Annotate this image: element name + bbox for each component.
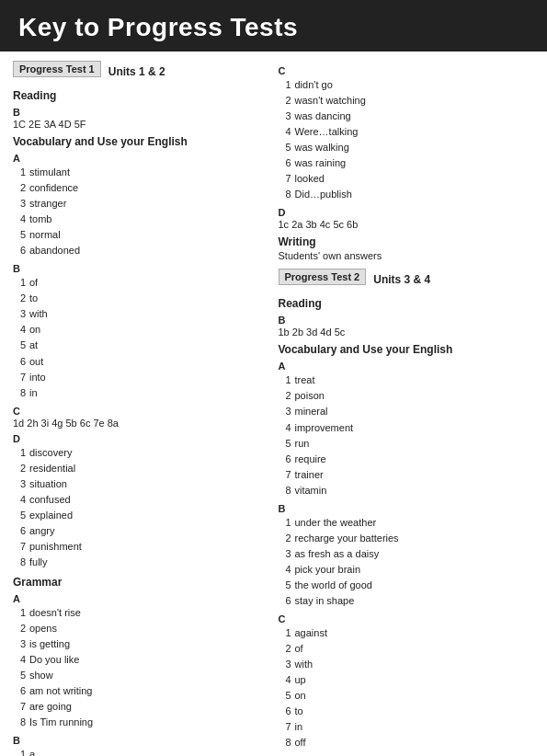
list-item: 2opens — [13, 621, 269, 636]
list-item: 5was walking — [279, 140, 535, 155]
vocab2-c-list: 1against2of3with4up5on6to7in8off — [279, 625, 535, 750]
test-2-units: Units 3 & 4 — [373, 273, 430, 286]
page-header: Key to Progress Tests — [0, 0, 547, 52]
reading-b-label-2: B — [279, 315, 535, 326]
list-item: 2wasn't watching — [279, 93, 535, 109]
list-item: 3with — [279, 657, 535, 672]
list-item: 1a — [13, 747, 269, 756]
list-item: 7into — [13, 370, 269, 385]
list-item: 5show — [13, 668, 269, 683]
vocab-c-label: C — [13, 406, 269, 417]
list-item: 1against — [279, 625, 535, 641]
list-item: 3mineral — [279, 404, 535, 419]
vocab2-a-label: A — [279, 361, 535, 372]
progress-test-2-bar: Progress Test 2 Units 3 & 4 — [279, 269, 535, 290]
list-item: 6out — [13, 354, 269, 370]
test-1-num: Progress Test 1 — [19, 63, 95, 74]
list-item: 1of — [13, 275, 269, 291]
list-item: 3as fresh as a daisy — [279, 546, 535, 562]
vocab-a-label: A — [13, 153, 269, 164]
right-column: C 1didn't go2wasn't watching3was dancing… — [279, 61, 535, 756]
list-item: 1doesn't rise — [13, 605, 269, 621]
list-item: 1under the weather — [279, 515, 535, 531]
pt1-c-label: C — [279, 65, 535, 76]
list-item: 5the world of good — [279, 578, 535, 593]
reading-b-label-1: B — [13, 107, 269, 118]
vocab-d-list: 1discovery2residential3situation4confuse… — [13, 445, 269, 570]
list-item: 2of — [279, 641, 535, 657]
list-item: 4Were…talking — [279, 124, 535, 140]
list-item: 2recharge your batteries — [279, 531, 535, 546]
list-item: 4on — [13, 322, 269, 338]
progress-test-2-label: Progress Test 2 — [279, 269, 367, 285]
reading-section-1: Reading B 1C 2E 3A 4D 5F — [13, 89, 269, 130]
reading-heading-2: Reading — [279, 297, 535, 310]
vocab-a-list: 1stimulant2confidence3stranger4tomb5norm… — [13, 165, 269, 258]
list-item: 1treat — [279, 372, 535, 388]
list-item: 4confused — [13, 492, 269, 508]
vocab-heading-2: Vocabulary and Use your English — [279, 343, 535, 356]
list-item: 6require — [279, 452, 535, 467]
grammar-section-1: Grammar A 1doesn't rise2opens3is getting… — [13, 576, 269, 756]
list-item: 4pick your brain — [279, 562, 535, 578]
list-item: 1didn't go — [279, 77, 535, 93]
progress-test-1-bar: Progress Test 1 Units 1 & 2 — [13, 61, 269, 82]
main-content: Progress Test 1 Units 1 & 2 Reading B 1C… — [0, 52, 547, 756]
grammar-b-list: 1a2an3the4the5–6a7an8– — [13, 747, 269, 756]
list-item: 7in — [279, 719, 535, 735]
list-item: 6stay in shape — [279, 593, 535, 609]
list-item: 2to — [13, 291, 269, 306]
pt1-c-list: 1didn't go2wasn't watching3was dancing4W… — [279, 77, 535, 202]
pt1-d-inline: 1c 2a 3b 4c 5c 6b — [279, 219, 535, 230]
writing-heading: Writing — [279, 235, 535, 248]
reading-b-inline-2: 1b 2b 3d 4d 5c — [279, 326, 535, 338]
list-item: 8in — [13, 385, 269, 401]
vocab-section-2: Vocabulary and Use your English A 1treat… — [279, 343, 535, 756]
list-item: 7punishment — [13, 539, 269, 555]
list-item: 7are going — [13, 699, 269, 715]
vocab2-a-list: 1treat2poison3mineral4improvement5run6re… — [279, 372, 535, 498]
vocab-heading-1: Vocabulary and Use your English — [13, 135, 269, 148]
vocab2-c-label: C — [279, 613, 535, 624]
progress-test-1-label: Progress Test 1 — [13, 61, 101, 77]
reading-section-2: Reading B 1b 2b 3d 4d 5c — [279, 297, 535, 338]
left-column: Progress Test 1 Units 1 & 2 Reading B 1C… — [13, 61, 269, 756]
reading-b-answer-1: 1C 2E 3A 4D 5F — [13, 119, 269, 130]
list-item: 5on — [279, 688, 535, 704]
grammar-a-label: A — [13, 593, 269, 604]
list-item: 4Do you like — [13, 652, 269, 668]
writing-text: Students' own answers — [279, 250, 535, 261]
list-item: 3situation — [13, 476, 269, 492]
pt1-continued: C 1didn't go2wasn't watching3was dancing… — [279, 65, 535, 261]
list-item: 7trainer — [279, 467, 535, 483]
list-item: 3stranger — [13, 196, 269, 212]
vocab2-b-label: B — [279, 503, 535, 514]
vocab-c-inline: 1d 2h 3i 4g 5b 6c 7e 8a — [13, 418, 269, 429]
test-1-units: Units 1 & 2 — [108, 65, 165, 78]
list-item: 2residential — [13, 461, 269, 476]
list-item: 6was raining — [279, 155, 535, 171]
list-item: 4improvement — [279, 420, 535, 436]
list-item: 3with — [13, 306, 269, 322]
vocab-b-label: B — [13, 263, 269, 274]
vocab-section-1: Vocabulary and Use your English A 1stimu… — [13, 135, 269, 570]
list-item: 6am not writing — [13, 683, 269, 699]
list-item: 3was dancing — [279, 109, 535, 124]
page-title: Key to Progress Tests — [18, 13, 529, 42]
list-item: 5at — [13, 338, 269, 353]
pt1-d-label: D — [279, 207, 535, 218]
list-item: 2poison — [279, 388, 535, 404]
list-item: 8off — [279, 735, 535, 750]
list-item: 4tomb — [13, 212, 269, 227]
list-item: 5explained — [13, 508, 269, 523]
list-item: 3is getting — [13, 636, 269, 652]
list-item: 8Did…publish — [279, 187, 535, 202]
list-item: 2confidence — [13, 180, 269, 196]
reading-heading-1: Reading — [13, 89, 269, 102]
vocab-d-label: D — [13, 433, 269, 444]
list-item: 6to — [279, 704, 535, 719]
list-item: 8Is Tim running — [13, 715, 269, 730]
list-item: 7looked — [279, 171, 535, 187]
list-item: 1discovery — [13, 445, 269, 461]
list-item: 1stimulant — [13, 165, 269, 180]
